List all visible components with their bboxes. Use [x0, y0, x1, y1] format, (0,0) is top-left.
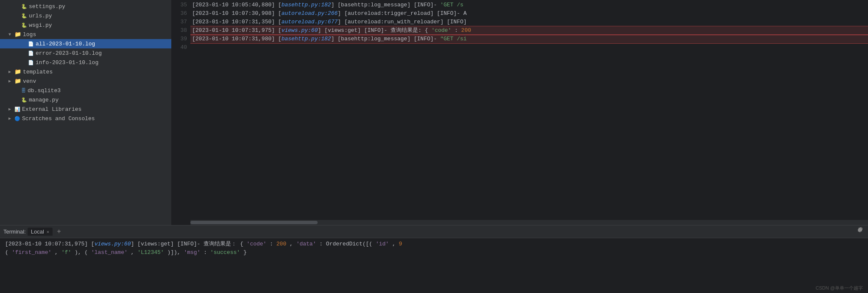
terminal-line-1: [2023-01-10 10:07:31,975] [views.py:60] … — [5, 240, 863, 248]
horizontal-scrollbar[interactable] — [190, 220, 868, 225]
file-py-icon: 🐍 — [21, 4, 27, 9]
sidebar-item-label: logs — [23, 31, 36, 38]
folder-closed-icon: 📁 — [14, 68, 21, 75]
sidebar-item-all-log[interactable]: 📄 all-2023-01-10.log — [0, 39, 171, 48]
library-icon: 📊 — [14, 107, 20, 112]
code-line-40 — [190, 43, 868, 52]
chevron-down-icon: ▼ — [8, 32, 14, 37]
terminal-tabs: Terminal: Local × + — [0, 225, 868, 238]
line-number: 36 — [175, 9, 187, 18]
sidebar-item-label: manage.py — [29, 97, 59, 103]
file-py-icon: 🐍 — [21, 23, 27, 28]
chevron-right-icon: ▶ — [8, 79, 14, 84]
chevron-right-icon: ▶ — [8, 116, 14, 121]
folder-closed-icon: 📁 — [14, 78, 21, 85]
code-line-36: [2023-01-10 10:07:30,908] [autoreload.py… — [190, 9, 868, 18]
sidebar-item-logs-folder[interactable]: ▼ 📁 logs — [0, 30, 171, 39]
code-line-35: [2023-01-10 10:05:40,880] [basehttp.py:1… — [190, 1, 868, 9]
sidebar-item-label: urls.py — [29, 13, 52, 19]
sidebar-item-label: db.sqlite3 — [28, 87, 61, 94]
folder-open-icon: 📁 — [14, 31, 21, 38]
spacer-icon — [22, 60, 27, 65]
scrollbar-thumb[interactable] — [190, 221, 318, 224]
editor-content: 35 36 37 38 39 40 [2023-01-10 10:05:40,8… — [171, 0, 868, 225]
line-number: 35 — [175, 1, 187, 9]
sidebar-item-label: info-2023-01-10.log — [36, 59, 98, 66]
terminal-area: Terminal: Local × + [2023-01-10 10:07:31… — [0, 225, 868, 293]
terminal-content: [2023-01-10 10:07:31,975] [views.py:60] … — [0, 238, 868, 293]
sidebar-item-settings-py[interactable]: 🐍 settings.py — [0, 2, 171, 11]
sidebar-item-db-sqlite3[interactable]: 🗄 db.sqlite3 — [0, 86, 171, 95]
file-log-icon: 📄 — [28, 60, 34, 65]
main-area: 🐍 settings.py 🐍 urls.py 🐍 wsgi.py ▼ 📁 lo… — [0, 0, 868, 225]
sidebar-item-venv-folder[interactable]: ▶ 📁 venv — [0, 76, 171, 86]
chevron-right-icon: ▶ — [8, 69, 14, 74]
line-numbers: 35 36 37 38 39 40 — [171, 0, 190, 225]
sidebar-item-external-libraries[interactable]: ▶ 📊 External Libraries — [0, 104, 171, 114]
line-number: 39 — [175, 35, 187, 43]
sidebar-item-label: External Libraries — [22, 106, 81, 113]
spacer-icon — [15, 23, 20, 28]
terminal-tab-name: Local — [31, 228, 44, 235]
code-line-38: [2023-01-10 10:07:31,975] [views.py:60] … — [190, 26, 868, 35]
log-timestamp: [2023-01-10 10:05:40,880] — [192, 2, 278, 8]
terminal-line-2: ( 'first_name' , 'f' ), ( 'last_name' , … — [5, 248, 863, 257]
code-line-39: [2023-01-10 10:07:31,980] [basehttp.py:1… — [190, 35, 868, 43]
sidebar-item-label: settings.py — [29, 3, 65, 10]
line-number: 40 — [175, 43, 187, 52]
sidebar: 🐍 settings.py 🐍 urls.py 🐍 wsgi.py ▼ 📁 lo… — [0, 0, 171, 225]
sidebar-item-label: templates — [23, 69, 53, 75]
editor-area: 35 36 37 38 39 40 [2023-01-10 10:05:40,8… — [171, 0, 868, 225]
spacer-icon — [22, 51, 27, 56]
code-line-37: [2023-01-10 10:07:31,350] [autoreload.py… — [190, 18, 868, 26]
spacer-icon — [15, 14, 20, 18]
file-log-icon: 📄 — [28, 41, 34, 47]
terminal-settings-button[interactable] — [858, 227, 865, 236]
chevron-right-icon: ▶ — [8, 107, 14, 112]
terminal-label: Terminal: — [3, 228, 26, 235]
line-number: 37 — [175, 18, 187, 26]
sidebar-item-label: all-2023-01-10.log — [36, 41, 95, 47]
line-number: 38 — [175, 26, 187, 35]
sidebar-item-manage-py[interactable]: 🐍 manage.py — [0, 95, 171, 104]
sidebar-item-error-log[interactable]: 📄 error-2023-01-10.log — [0, 48, 171, 58]
terminal-close-button[interactable]: × — [47, 229, 49, 234]
file-db-icon: 🗄 — [21, 88, 26, 93]
sidebar-item-urls-py[interactable]: 🐍 urls.py — [0, 11, 171, 20]
sidebar-item-info-log[interactable]: 📄 info-2023-01-10.log — [0, 58, 171, 67]
file-log-icon: 📄 — [28, 51, 34, 56]
code-lines: [2023-01-10 10:05:40,880] [basehttp.py:1… — [190, 0, 868, 225]
spacer-icon — [22, 42, 27, 46]
sidebar-item-label: venv — [23, 78, 36, 85]
spacer-icon — [15, 4, 20, 9]
terminal-add-button[interactable]: + — [55, 228, 63, 236]
scratches-icon: 🔵 — [14, 116, 20, 121]
sidebar-item-scratches-consoles[interactable]: ▶ 🔵 Scratches and Consoles — [0, 114, 171, 123]
spacer-icon — [15, 88, 20, 93]
file-py-icon: 🐍 — [21, 13, 27, 19]
sidebar-item-label: error-2023-01-10.log — [36, 50, 102, 56]
spacer-icon — [15, 98, 20, 102]
sidebar-item-label: Scratches and Consoles — [22, 116, 95, 122]
sidebar-item-templates-folder[interactable]: ▶ 📁 templates — [0, 67, 171, 76]
sidebar-item-label: wsgi.py — [29, 22, 52, 28]
watermark: CSDN @单单一个越字 — [816, 285, 863, 291]
terminal-tab-local[interactable]: Local × — [28, 228, 53, 236]
file-py-icon: 🐍 — [21, 97, 27, 103]
sidebar-item-wsgi-py[interactable]: 🐍 wsgi.py — [0, 20, 171, 30]
